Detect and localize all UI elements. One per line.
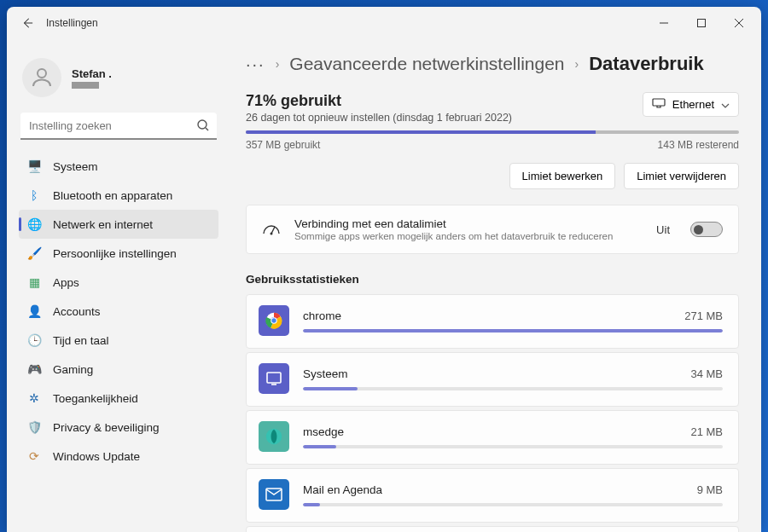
sidebar-item-2[interactable]: 🌐Netwerk en internet bbox=[19, 210, 218, 239]
app-usage-bar bbox=[303, 387, 723, 390]
sidebar-item-6[interactable]: 🕒Tijd en taal bbox=[19, 326, 218, 355]
nav-label: Apps bbox=[53, 276, 79, 289]
breadcrumb: ··· › Geavanceerde netwerkinstellingen ›… bbox=[246, 53, 739, 75]
sidebar-item-0[interactable]: 🖥️Systeem bbox=[19, 152, 218, 181]
toggle-state: Uit bbox=[656, 223, 670, 236]
nav-icon: 🛡️ bbox=[27, 420, 41, 434]
edit-limit-button[interactable]: Limiet bewerken bbox=[509, 163, 616, 189]
usage-subtitle: 26 dagen tot opnieuw instellen (dinsdag … bbox=[246, 112, 512, 124]
ethernet-selector[interactable]: Ethernet bbox=[643, 92, 739, 117]
svg-rect-0 bbox=[698, 20, 706, 27]
remove-limit-button[interactable]: Limiet verwijderen bbox=[624, 163, 739, 189]
nav-icon: ⟳ bbox=[27, 449, 41, 463]
app-size: 34 MB bbox=[690, 367, 723, 380]
svg-point-4 bbox=[271, 232, 273, 234]
nav-icon: 👤 bbox=[27, 304, 41, 318]
nav-icon: ▦ bbox=[27, 275, 41, 289]
card-subtitle: Sommige apps werken mogelijk anders om h… bbox=[294, 231, 643, 241]
sidebar-item-9[interactable]: 🛡️Privacy & beveiliging bbox=[19, 413, 218, 442]
svg-point-7 bbox=[271, 318, 276, 323]
profile-email bbox=[72, 82, 99, 89]
settings-window: Instellingen Stefan . bbox=[7, 7, 761, 532]
svg-rect-8 bbox=[267, 373, 281, 383]
gauge-icon bbox=[262, 220, 281, 240]
nav-icon: ✲ bbox=[27, 391, 41, 405]
svg-rect-3 bbox=[653, 99, 665, 106]
svg-point-1 bbox=[38, 69, 46, 78]
titlebar: Instellingen bbox=[7, 7, 761, 39]
app-list: chrome 271 MB Systeem 34 MB msedge 21 MB… bbox=[246, 294, 739, 532]
maximize-button[interactable] bbox=[683, 10, 720, 36]
nav-label: Netwerk en internet bbox=[53, 218, 153, 231]
nav-label: Tijd en taal bbox=[53, 334, 109, 347]
nav-icon: 🕒 bbox=[27, 333, 41, 347]
sidebar-item-8[interactable]: ✲Toegankelijkheid bbox=[19, 384, 218, 413]
sidebar-item-1[interactable]: ᛒBluetooth en apparaten bbox=[19, 181, 218, 210]
nav-label: Accounts bbox=[53, 305, 101, 318]
app-usage-bar bbox=[303, 445, 723, 448]
nav: 🖥️SysteemᛒBluetooth en apparaten🌐Netwerk… bbox=[19, 152, 218, 471]
nav-label: Bluetooth en apparaten bbox=[53, 189, 172, 202]
app-usage-bar bbox=[303, 503, 723, 506]
profile[interactable]: Stefan . bbox=[19, 46, 218, 113]
search-input[interactable] bbox=[20, 113, 217, 140]
close-button[interactable] bbox=[720, 10, 758, 36]
ethernet-icon bbox=[652, 98, 666, 111]
app-name: msedge bbox=[303, 425, 344, 438]
sidebar-item-4[interactable]: ▦Apps bbox=[19, 268, 218, 297]
app-row[interactable]: Systeem 34 MB bbox=[246, 352, 739, 407]
app-size: 9 MB bbox=[697, 483, 723, 496]
nav-icon: ᛒ bbox=[27, 188, 41, 202]
search-icon bbox=[196, 119, 210, 136]
sidebar-item-7[interactable]: 🎮Gaming bbox=[19, 355, 218, 384]
app-name: chrome bbox=[303, 309, 341, 322]
sidebar-item-3[interactable]: 🖌️Persoonlijke instellingen bbox=[19, 239, 218, 268]
stats-heading: Gebruiksstatistieken bbox=[246, 273, 739, 286]
usage-remaining: 143 MB resterend bbox=[658, 139, 739, 151]
app-icon bbox=[259, 421, 289, 452]
nav-icon: 🖌️ bbox=[27, 246, 41, 260]
chevron-right-icon: › bbox=[276, 57, 280, 71]
breadcrumb-more-icon[interactable]: ··· bbox=[246, 55, 265, 74]
usage-title: 71% gebruikt bbox=[246, 92, 512, 110]
breadcrumb-current: Dataverbruik bbox=[589, 53, 704, 75]
app-row[interactable]: msedge 21 MB bbox=[246, 410, 739, 465]
app-row[interactable]: chrome 271 MB bbox=[246, 294, 739, 349]
nav-icon: 🌐 bbox=[27, 217, 41, 231]
back-icon[interactable] bbox=[20, 16, 34, 30]
app-icon bbox=[259, 363, 289, 394]
avatar bbox=[22, 58, 61, 97]
sidebar-item-5[interactable]: 👤Accounts bbox=[19, 297, 218, 326]
nav-label: Toegankelijkheid bbox=[53, 392, 138, 405]
app-icon bbox=[259, 479, 289, 510]
nav-icon: 🖥️ bbox=[27, 159, 41, 173]
app-row[interactable]: Mail en Agenda 9 MB bbox=[246, 468, 739, 523]
nav-icon: 🎮 bbox=[27, 362, 41, 376]
ethernet-label: Ethernet bbox=[672, 98, 714, 111]
app-name: Systeem bbox=[303, 367, 348, 380]
nav-label: Persoonlijke instellingen bbox=[53, 247, 177, 260]
app-name: Mail en Agenda bbox=[303, 483, 382, 496]
nav-label: Gaming bbox=[53, 363, 93, 376]
card-title: Verbinding met een datalimiet bbox=[294, 217, 643, 230]
app-size: 271 MB bbox=[684, 309, 723, 322]
usage-used: 357 MB gebruikt bbox=[246, 139, 320, 151]
search-box bbox=[20, 113, 217, 140]
sidebar: Stefan . 🖥️SysteemᛒBluetooth en apparate… bbox=[7, 39, 227, 532]
main: ··· › Geavanceerde netwerkinstellingen ›… bbox=[227, 39, 761, 532]
minimize-button[interactable] bbox=[645, 10, 683, 36]
chevron-right-icon: › bbox=[575, 57, 579, 71]
metered-connection-card[interactable]: Verbinding met een datalimiet Sommige ap… bbox=[246, 205, 739, 254]
breadcrumb-parent[interactable]: Geavanceerde netwerkinstellingen bbox=[289, 54, 564, 74]
nav-label: Windows Update bbox=[53, 450, 140, 463]
svg-point-2 bbox=[198, 120, 207, 129]
sidebar-item-10[interactable]: ⟳Windows Update bbox=[19, 442, 218, 471]
app-usage-bar bbox=[303, 329, 723, 332]
app-size: 21 MB bbox=[690, 425, 723, 438]
chevron-down-icon bbox=[721, 98, 730, 111]
nav-label: Systeem bbox=[53, 160, 98, 173]
nav-label: Privacy & beveiliging bbox=[53, 421, 160, 434]
metered-toggle[interactable] bbox=[690, 222, 723, 237]
app-row[interactable]: Microsoft Teams 7 MB bbox=[246, 526, 739, 532]
profile-name: Stefan . bbox=[72, 67, 112, 80]
